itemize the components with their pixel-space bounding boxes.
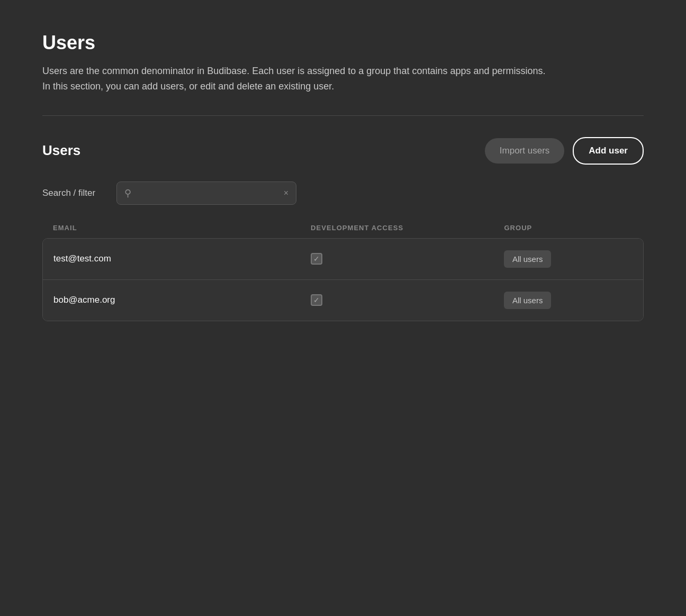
group-cell: All users (504, 250, 633, 268)
user-email: test@test.com (53, 253, 311, 264)
page-title: Users (42, 32, 644, 54)
col-header-dev-access: DEVELOPMENT ACCESS (311, 224, 504, 232)
group-badge[interactable]: All users (504, 250, 552, 268)
col-header-group: GROUP (504, 224, 633, 232)
dev-access-checkbox[interactable]: ✓ (311, 253, 322, 265)
users-section-header: Users Import users Add user (42, 137, 644, 165)
section-divider (42, 115, 644, 116)
user-email: bob@acme.org (53, 295, 311, 305)
group-cell: All users (504, 292, 633, 309)
dev-access-checkbox[interactable]: ✓ (311, 294, 322, 306)
group-badge[interactable]: All users (504, 292, 552, 309)
users-section-title: Users (42, 142, 80, 159)
search-label: Search / filter (42, 188, 106, 198)
search-row: Search / filter ⚲ × (42, 182, 644, 205)
page-description: Users are the common denominator in Budi… (42, 64, 550, 94)
clear-search-icon[interactable]: × (284, 188, 288, 198)
table-header: EMAIL DEVELOPMENT ACCESS GROUP (42, 224, 644, 238)
dev-access-cell: ✓ (311, 253, 504, 265)
table-body: test@test.com ✓ All users bob@acme.org ✓… (42, 238, 644, 321)
header-actions: Import users Add user (485, 137, 644, 165)
search-input[interactable] (137, 188, 279, 198)
table-row[interactable]: test@test.com ✓ All users (43, 239, 643, 280)
import-users-button[interactable]: Import users (485, 138, 564, 164)
users-table: EMAIL DEVELOPMENT ACCESS GROUP test@test… (42, 224, 644, 321)
search-input-wrapper: ⚲ × (116, 182, 296, 205)
col-header-email: EMAIL (53, 224, 311, 232)
table-row[interactable]: bob@acme.org ✓ All users (43, 280, 643, 321)
dev-access-cell: ✓ (311, 294, 504, 306)
search-icon: ⚲ (124, 187, 131, 199)
add-user-button[interactable]: Add user (573, 137, 644, 165)
